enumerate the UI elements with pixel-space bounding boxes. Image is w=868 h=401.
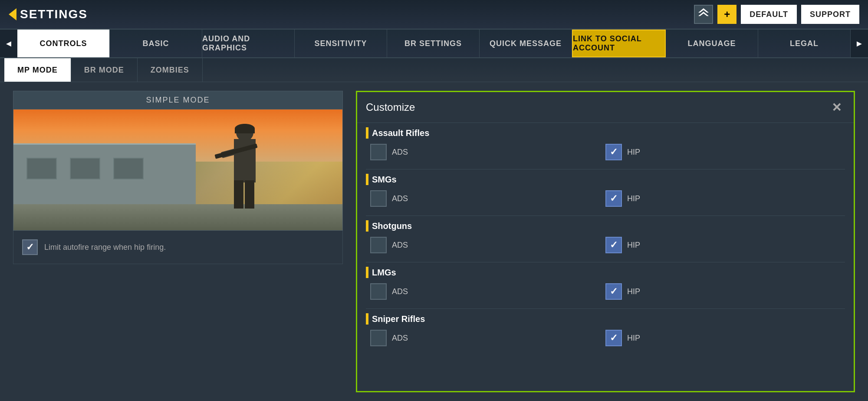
sniper-rifles-options: ADS HIP (366, 330, 845, 346)
left-panel: SIMPLE MODE (13, 91, 343, 392)
category-label: Assault Rifles (372, 128, 429, 138)
ads-option-lmgs: ADS (370, 283, 605, 300)
sub-tabs: MP MODE BR MODE ZOMBIES (0, 58, 868, 82)
ads-label-smgs: ADS (392, 194, 408, 203)
section-shotguns: Shotguns ADS HIP (366, 220, 845, 253)
section-lmgs: LMGs ADS HIP (366, 267, 845, 300)
ads-label-sniper: ADS (392, 334, 408, 343)
settings-title: SETTINGS (20, 7, 88, 21)
hip-checkbox-assault[interactable] (605, 144, 622, 160)
hip-label-lmgs: HIP (627, 287, 640, 296)
back-button[interactable]: SETTINGS (9, 7, 88, 21)
ads-checkbox-assault[interactable] (370, 144, 387, 160)
soldier (225, 124, 264, 206)
hip-checkbox-lmgs[interactable] (605, 283, 622, 300)
ground (13, 204, 342, 230)
category-bar-icon (366, 174, 368, 185)
hip-checkbox-sniper[interactable] (605, 330, 622, 346)
autofire-label: Limit autofire range when hip firing. (44, 243, 166, 252)
support-button[interactable]: SUPPORT (801, 5, 859, 24)
hip-option-smgs: HIP (605, 190, 841, 207)
section-assault-rifles: Assault Rifles ADS HIP (366, 127, 845, 160)
tab-br-settings[interactable]: BR SETTINGS (387, 30, 480, 57)
simple-mode-header: SIMPLE MODE (13, 91, 343, 109)
hip-option-lmgs: HIP (605, 283, 841, 300)
ads-checkbox-smgs[interactable] (370, 190, 387, 207)
lmgs-options: ADS HIP (366, 283, 845, 300)
smgs-options: ADS HIP (366, 190, 845, 207)
category-assault-rifles: Assault Rifles (366, 127, 845, 139)
category-shotguns: Shotguns (366, 220, 845, 232)
rank-chevrons (697, 7, 710, 23)
subtab-zombies[interactable]: ZOMBIES (138, 58, 203, 82)
tab-language[interactable]: LANGUAGE (666, 30, 758, 57)
preview-image (13, 109, 343, 231)
ads-checkbox-sniper[interactable] (370, 330, 387, 346)
subtab-mp-mode[interactable]: MP MODE (4, 58, 71, 82)
category-bar-icon (366, 220, 368, 232)
tab-audio-and-graphics[interactable]: AUDIO AND GRAPHICS (202, 30, 295, 57)
window-3 (113, 158, 144, 179)
category-bar-icon (366, 267, 368, 278)
leg-right (245, 180, 254, 209)
hip-option-sniper: HIP (605, 330, 841, 346)
tab-quick-message[interactable]: QUICK MESSAGE (480, 30, 572, 57)
back-arrow-icon (9, 8, 16, 20)
autofire-checkbox[interactable] (22, 239, 38, 255)
category-label: LMGs (372, 268, 396, 278)
ads-checkbox-shotguns[interactable] (370, 237, 387, 253)
assault-rifles-options: ADS HIP (366, 144, 845, 160)
section-sniper-rifles: Sniper Rifles ADS HIP (366, 313, 845, 346)
customize-title: Customize (366, 101, 415, 113)
soldier-helmet (235, 124, 255, 133)
category-bar-icon (366, 127, 368, 139)
plus-button[interactable]: + (717, 5, 736, 24)
ads-option-shotguns: ADS (370, 237, 605, 253)
window-1 (26, 158, 57, 179)
nav-right-arrow[interactable]: ► (851, 30, 868, 57)
ads-label-assault: ADS (392, 148, 408, 157)
hip-label-shotguns: HIP (627, 241, 640, 250)
shotguns-options: ADS HIP (366, 237, 845, 253)
ads-option-sniper: ADS (370, 330, 605, 346)
tab-controls[interactable]: CONTROLS (17, 30, 110, 57)
header-right: + DEFAULT SUPPORT (694, 5, 859, 24)
default-button[interactable]: DEFAULT (741, 5, 797, 24)
hip-option-assault: HIP (605, 144, 841, 160)
main-content: SIMPLE MODE (0, 82, 868, 401)
window-2 (70, 158, 100, 179)
tab-legal[interactable]: LEGAL (758, 30, 851, 57)
tab-basic[interactable]: BASIC (110, 30, 202, 57)
close-button[interactable]: ✕ (828, 99, 845, 116)
ads-option-assault: ADS (370, 144, 605, 160)
hip-label-sniper: HIP (627, 334, 640, 343)
customize-header: Customize ✕ (357, 92, 854, 123)
category-smgs: SMGs (366, 174, 845, 185)
category-label: SMGs (372, 175, 397, 185)
hip-label-assault: HIP (627, 148, 640, 157)
divider-2 (366, 215, 845, 216)
hip-option-shotguns: HIP (605, 237, 841, 253)
ads-option-smgs: ADS (370, 190, 605, 207)
category-lmgs: LMGs (366, 267, 845, 278)
category-bar-icon (366, 313, 368, 325)
hip-checkbox-shotguns[interactable] (605, 237, 622, 253)
tab-sensitivity[interactable]: SENSITIVITY (295, 30, 387, 57)
rank-icon (694, 5, 713, 24)
ads-checkbox-lmgs[interactable] (370, 283, 387, 300)
autofire-row: Limit autofire range when hip firing. (13, 231, 343, 264)
customize-content[interactable]: Assault Rifles ADS HIP (357, 123, 854, 391)
divider-3 (366, 262, 845, 262)
nav-left-arrow[interactable]: ◄ (0, 30, 17, 57)
tab-link-social[interactable]: LINK TO SOCIAL ACCOUNT (572, 30, 666, 57)
ads-label-shotguns: ADS (392, 241, 408, 250)
category-label: Shotguns (372, 221, 412, 231)
leg-left (234, 180, 243, 209)
section-smgs: SMGs ADS HIP (366, 174, 845, 207)
subtab-br-mode[interactable]: BR MODE (71, 58, 138, 82)
hip-checkbox-smgs[interactable] (605, 190, 622, 207)
category-label: Sniper Rifles (372, 314, 425, 324)
ads-label-lmgs: ADS (392, 287, 408, 296)
category-sniper-rifles: Sniper Rifles (366, 313, 845, 325)
divider-4 (366, 308, 845, 309)
